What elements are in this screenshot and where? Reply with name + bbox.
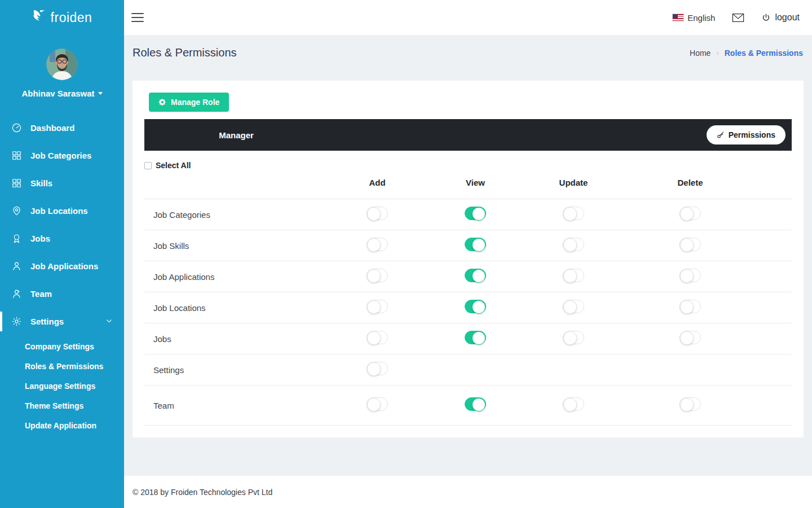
module-label: Jobs <box>144 334 328 344</box>
toggle-add[interactable] <box>367 331 388 344</box>
gear-icon <box>11 316 22 327</box>
module-label: Settings <box>144 365 328 375</box>
submenu-item-theme-settings[interactable]: Theme Settings <box>0 396 124 415</box>
sidebar-item-jobs[interactable]: Jobs <box>0 225 124 252</box>
toggle-view[interactable] <box>465 300 486 313</box>
toggle-update[interactable] <box>563 300 584 313</box>
toggle-add[interactable] <box>367 300 388 313</box>
submenu-item-update-application[interactable]: Update Application <box>0 415 124 435</box>
toggle-delete[interactable] <box>679 331 701 344</box>
content-area: Roles & Permissions Home › Roles & Permi… <box>124 35 812 476</box>
toggle-view[interactable] <box>465 331 486 344</box>
toggle-update[interactable] <box>563 207 584 220</box>
sidebar-item-job-categories[interactable]: Job Categories <box>0 142 124 169</box>
sidebar-item-label: Settings <box>30 317 64 326</box>
select-all-label: Select All <box>156 161 191 170</box>
logout-button[interactable]: logout <box>761 12 800 23</box>
sidebar-item-team[interactable]: Team <box>0 280 124 308</box>
toggle-view[interactable] <box>465 397 486 411</box>
toggle-delete[interactable] <box>679 269 701 282</box>
module-label: Team <box>144 401 328 410</box>
module-label: Job Locations <box>144 303 328 313</box>
table-row: Job Applications <box>144 261 792 292</box>
table-row: Job Locations <box>144 292 792 323</box>
table-row: Jobs <box>144 323 792 354</box>
avatar[interactable] <box>46 49 78 80</box>
key-icon <box>717 131 725 139</box>
dashboard-icon <box>11 122 22 133</box>
copyright-text: © 2018 by Froiden Technologies Pvt Ltd <box>133 488 272 497</box>
mail-icon[interactable] <box>732 13 744 23</box>
hamburger-menu-icon[interactable] <box>131 10 144 25</box>
sidebar: froiden Abhinav Sar <box>0 0 124 508</box>
grid-icon <box>11 178 22 189</box>
role-name: Manager <box>219 130 254 140</box>
caret-down-icon <box>98 92 103 95</box>
toggle-add[interactable] <box>367 362 388 375</box>
column-header-add: Add <box>369 178 385 187</box>
sidebar-item-job-locations[interactable]: Job Locations <box>0 197 124 225</box>
table-row: Job Categories <box>144 199 792 230</box>
toggle-view[interactable] <box>465 269 486 282</box>
manage-role-button[interactable]: Manage Role <box>149 93 229 112</box>
us-flag-icon <box>673 14 683 21</box>
gear-icon <box>158 98 166 106</box>
column-header-update: Update <box>559 178 588 187</box>
toggle-update[interactable] <box>563 331 584 344</box>
module-label: Job Categories <box>144 210 328 220</box>
language-label: English <box>687 13 715 23</box>
medal-icon <box>11 233 22 244</box>
toggle-add[interactable] <box>367 207 388 220</box>
breadcrumb-separator: › <box>716 49 718 57</box>
module-label: Job Applications <box>144 272 328 282</box>
topbar: English logout <box>124 0 812 35</box>
sidebar-item-job-applications[interactable]: Job Applications <box>0 252 124 280</box>
brand-logo[interactable]: froiden <box>0 0 124 35</box>
table-row: Settings <box>144 354 792 386</box>
permissions-column-headers: Add View Update Delete <box>144 178 792 199</box>
toggle-delete[interactable] <box>679 207 701 220</box>
sidebar-item-skills[interactable]: Skills <box>0 169 124 197</box>
footer: © 2018 by Froiden Technologies Pvt Ltd <box>124 476 812 508</box>
brand-name: froiden <box>51 10 92 25</box>
permissions-card: Manage Role Manager Permissions Select A… <box>133 81 804 437</box>
module-label: Job Skills <box>144 241 328 251</box>
toggle-add[interactable] <box>367 238 388 251</box>
person-icon <box>11 288 22 299</box>
toggle-delete[interactable] <box>679 397 701 411</box>
submenu-item-company-settings[interactable]: Company Settings <box>0 336 124 356</box>
sidebar-item-label: Job Locations <box>30 206 88 216</box>
select-all-checkbox[interactable] <box>144 162 152 169</box>
column-header-view: View <box>466 178 485 187</box>
breadcrumb-current[interactable]: Roles & Permissions <box>725 49 803 58</box>
submenu-item-roles-permissions[interactable]: Roles & Permissions <box>0 356 124 376</box>
submenu-item-language-settings[interactable]: Language Settings <box>0 376 124 396</box>
table-row: Job Skills <box>144 230 792 261</box>
sidebar-item-label: Job Applications <box>30 261 98 271</box>
table-row: Team <box>144 386 792 426</box>
toggle-view[interactable] <box>465 238 486 251</box>
sidebar-item-label: Job Categories <box>30 151 91 160</box>
toggle-delete[interactable] <box>679 300 701 313</box>
toggle-add[interactable] <box>367 397 388 411</box>
chevron-down-icon <box>105 317 113 326</box>
toggle-view[interactable] <box>465 207 486 220</box>
toggle-add[interactable] <box>367 269 388 282</box>
map-pin-icon <box>11 205 22 216</box>
breadcrumb-home[interactable]: Home <box>690 49 710 58</box>
bird-logo-icon <box>32 9 47 26</box>
toggle-update[interactable] <box>563 269 584 282</box>
language-selector[interactable]: English <box>673 13 715 23</box>
permissions-button[interactable]: Permissions <box>707 125 785 144</box>
person-icon <box>11 261 22 271</box>
grid-icon <box>11 150 22 161</box>
toggle-delete[interactable] <box>679 238 701 251</box>
toggle-update[interactable] <box>563 238 584 251</box>
sidebar-item-settings[interactable]: Settings <box>0 308 124 335</box>
user-menu[interactable]: Abhinav Saraswat <box>21 89 102 98</box>
page-title: Roles & Permissions <box>133 46 237 59</box>
manage-role-label: Manage Role <box>171 98 219 107</box>
toggle-update[interactable] <box>563 397 584 411</box>
permissions-label: Permissions <box>729 130 775 139</box>
sidebar-item-dashboard[interactable]: Dashboard <box>0 114 124 142</box>
